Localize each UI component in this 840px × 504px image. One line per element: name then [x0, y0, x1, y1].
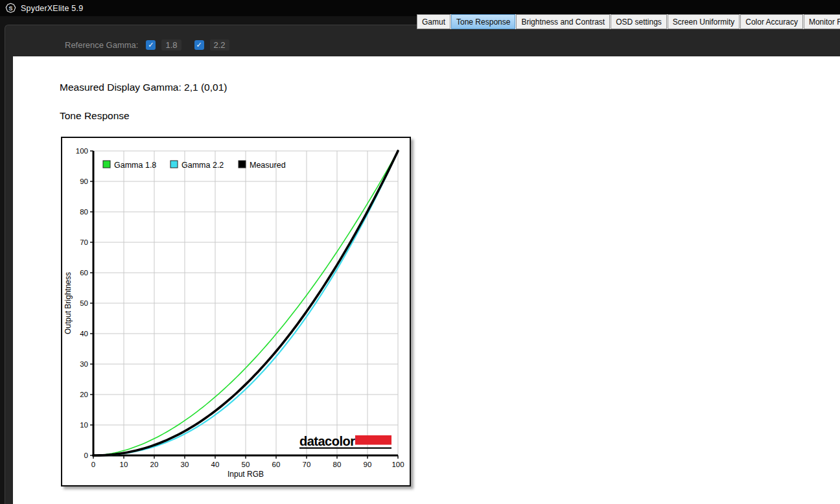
tab-tone-response[interactable]: Tone Response: [451, 14, 515, 29]
datacolor-logo: datacolor: [299, 434, 391, 449]
y-tick-label: 70: [80, 238, 88, 246]
y-tick-label: 10: [80, 421, 88, 429]
x-tick-label: 40: [211, 461, 220, 468]
gamma-option-label: 2.2: [210, 40, 229, 51]
x-axis-title: Input RGB: [228, 470, 264, 479]
x-tick-label: 10: [120, 461, 128, 468]
legend-swatch-1: [103, 161, 110, 168]
y-tick-label: 90: [80, 178, 88, 185]
y-tick-label: 100: [76, 147, 88, 155]
section-title: Tone Response: [60, 110, 130, 122]
y-tick-label: 50: [80, 299, 88, 307]
gamma-option-2.2: ✓2.2: [194, 40, 229, 51]
tab-color-accuracy[interactable]: Color Accuracy: [740, 14, 803, 29]
tab-osd-settings[interactable]: OSD settings: [611, 14, 667, 29]
y-axis-title: Output Brightness: [64, 272, 73, 334]
x-tick-label: 0: [91, 461, 95, 468]
chart-svg: 0102030405060708090100010203040506070809…: [62, 138, 410, 485]
legend-swatch-2: [170, 161, 178, 168]
datacolor-wordmark: datacolor: [299, 434, 355, 448]
y-tick-label: 30: [80, 360, 88, 368]
legend-label: Measured: [250, 161, 286, 170]
x-tick-label: 20: [150, 461, 159, 468]
tab-brightness-and-contrast[interactable]: Brightness and Contrast: [516, 14, 610, 29]
gamma-option-1.8: ✓1.8: [146, 40, 181, 51]
x-tick-label: 90: [364, 461, 372, 468]
reference-gamma-options: ✓1.8✓2.2: [146, 40, 242, 51]
x-tick-label: 80: [333, 461, 342, 468]
legend-label: Gamma 2.2: [181, 161, 224, 170]
tone-response-chart: 0102030405060708090100010203040506070809…: [61, 137, 411, 487]
window-title: SpyderXElite 5.9: [21, 4, 83, 13]
tab-gamut[interactable]: Gamut: [417, 14, 450, 29]
y-tick-label: 40: [80, 330, 88, 338]
chart-gridlines: [93, 151, 398, 455]
y-tick-label: 80: [80, 208, 88, 216]
app-icon-letter: S: [9, 5, 13, 12]
checkbox-gamma-1.8[interactable]: ✓: [146, 40, 156, 50]
chart-legend: Gamma 1.8Gamma 2.2Measured: [103, 161, 286, 170]
x-tick-label: 30: [181, 461, 189, 468]
tab-monitor-rating[interactable]: Monitor Rating: [804, 14, 840, 29]
x-tick-label: 70: [303, 461, 311, 468]
gamma-option-label: 1.8: [161, 40, 181, 51]
checkbox-gamma-2.2[interactable]: ✓: [194, 40, 204, 50]
chart-axes: [93, 151, 399, 457]
measured-gamma-text: Measured Display Gamma: 2,1 (0,01): [60, 82, 227, 93]
legend-swatch-3: [239, 161, 246, 168]
reference-gamma-row: Reference Gamma: ✓1.8✓2.2: [65, 38, 242, 51]
x-tick-label: 50: [242, 461, 250, 468]
y-tick-label: 60: [80, 269, 88, 277]
y-tick-label: 20: [80, 391, 88, 398]
y-tick-label: 0: [84, 452, 88, 459]
reference-gamma-label: Reference Gamma:: [65, 40, 138, 50]
chart-ticks: [90, 151, 398, 459]
app-window: S SpyderXElite 5.9 GamutTone ResponseBri…: [0, 0, 840, 504]
app-icon: S: [5, 3, 16, 14]
chart-tick-labels: 0102030405060708090100010203040506070809…: [76, 147, 404, 468]
legend-label: Gamma 1.8: [114, 161, 156, 170]
tab-screen-uniformity[interactable]: Screen Uniformity: [668, 14, 740, 29]
x-tick-label: 60: [272, 461, 281, 468]
datacolor-red-bar: [355, 435, 391, 445]
tab-strip: GamutTone ResponseBrightness and Contras…: [417, 14, 840, 29]
datacolor-underline: [299, 448, 391, 449]
x-tick-label: 100: [391, 461, 404, 468]
